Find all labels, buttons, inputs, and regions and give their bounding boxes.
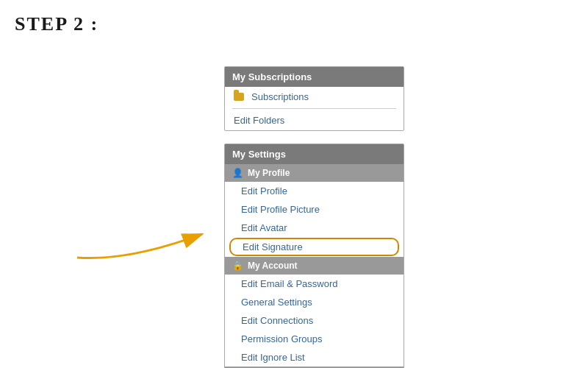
- arrow-indicator: [70, 206, 232, 250]
- subscriptions-header: My Subscriptions: [225, 67, 404, 87]
- edit-signature-item[interactable]: Edit Signature: [229, 238, 399, 256]
- edit-profile-picture-item[interactable]: Edit Profile Picture: [225, 200, 404, 219]
- general-settings-item[interactable]: General Settings: [225, 293, 404, 311]
- edit-avatar-item[interactable]: Edit Avatar: [225, 219, 404, 237]
- edit-email-password-item[interactable]: Edit Email & Password: [225, 275, 404, 293]
- edit-connections-item[interactable]: Edit Connections: [225, 311, 404, 330]
- subscriptions-item[interactable]: Subscriptions: [225, 87, 404, 107]
- edit-folders-item[interactable]: Edit Folders: [225, 110, 404, 130]
- subscriptions-label: Subscriptions: [251, 91, 309, 102]
- lock-icon: 🔒: [232, 261, 243, 271]
- edit-ignore-list-item[interactable]: Edit Ignore List: [225, 348, 404, 367]
- my-profile-label: My Profile: [248, 168, 290, 178]
- settings-panel: My Settings 👤 My Profile Edit Profile Ed…: [224, 144, 404, 368]
- permission-groups-item[interactable]: Permission Groups: [225, 330, 404, 348]
- step-title: STEP 2 :: [15, 13, 98, 35]
- arrow-svg: [70, 206, 232, 265]
- person-icon: 👤: [232, 168, 243, 178]
- edit-profile-item[interactable]: Edit Profile: [225, 182, 404, 200]
- my-account-label: My Account: [248, 261, 298, 271]
- my-profile-header: 👤 My Profile: [225, 164, 404, 182]
- my-account-header: 🔒 My Account: [225, 257, 404, 275]
- folder-icon: [234, 93, 244, 101]
- panel-divider: [232, 108, 396, 109]
- settings-header: My Settings: [225, 144, 404, 164]
- subscriptions-panel: My Subscriptions Subscriptions Edit Fold…: [224, 66, 404, 131]
- edit-folders-label: Edit Folders: [234, 115, 284, 126]
